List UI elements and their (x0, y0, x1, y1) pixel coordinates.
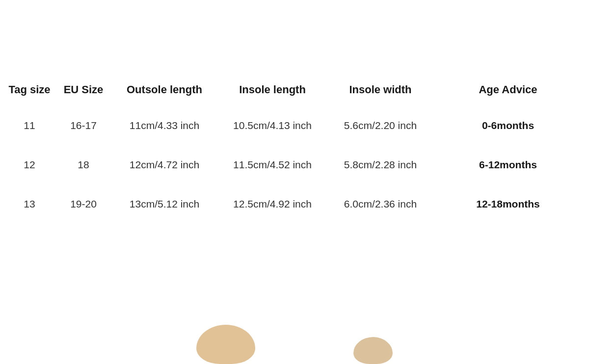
header-eu-size: EU Size (54, 83, 113, 96)
header-insole-length: Insole length (216, 83, 329, 96)
table-header: Tag size EU Size Outsole length Insole l… (5, 78, 584, 106)
cell-age-2: 6-12months (432, 159, 584, 171)
cell-age-3: 12-18months (432, 198, 584, 210)
cell-insole-length-2: 11.5cm/4.52 inch (216, 159, 329, 171)
cell-eu-size-3: 19-20 (54, 198, 113, 210)
shoe-image-left (196, 325, 255, 364)
table-row: 12 18 12cm/4.72 inch 11.5cm/4.52 inch 5.… (5, 145, 584, 184)
header-insole-width: Insole width (329, 83, 432, 96)
cell-outsole-1: 11cm/4.33 inch (113, 120, 216, 131)
cell-insole-width-2: 5.8cm/2.28 inch (329, 159, 432, 171)
cell-eu-size-1: 16-17 (54, 120, 113, 131)
cell-insole-width-1: 5.6cm/2.20 inch (329, 120, 432, 131)
cell-tag-size-3: 13 (5, 198, 54, 210)
header-tag-size: Tag size (5, 83, 54, 96)
cell-insole-width-3: 6.0cm/2.36 inch (329, 198, 432, 210)
size-table: Tag size EU Size Outsole length Insole l… (0, 78, 589, 224)
cell-eu-size-2: 18 (54, 159, 113, 171)
header-age-advice: Age Advice (432, 83, 584, 96)
bottom-decoration (0, 305, 589, 364)
header-outsole-length: Outsole length (113, 83, 216, 96)
cell-insole-length-1: 10.5cm/4.13 inch (216, 120, 329, 131)
page-container: Tag size EU Size Outsole length Insole l… (0, 0, 589, 364)
cell-tag-size-2: 12 (5, 159, 54, 171)
cell-outsole-3: 13cm/5.12 inch (113, 198, 216, 210)
shoe-image-right (353, 337, 393, 364)
cell-insole-length-3: 12.5cm/4.92 inch (216, 198, 329, 210)
table-row: 13 19-20 13cm/5.12 inch 12.5cm/4.92 inch… (5, 184, 584, 224)
cell-outsole-2: 12cm/4.72 inch (113, 159, 216, 171)
cell-age-1: 0-6months (432, 120, 584, 131)
table-row: 11 16-17 11cm/4.33 inch 10.5cm/4.13 inch… (5, 106, 584, 145)
cell-tag-size-1: 11 (5, 120, 54, 131)
